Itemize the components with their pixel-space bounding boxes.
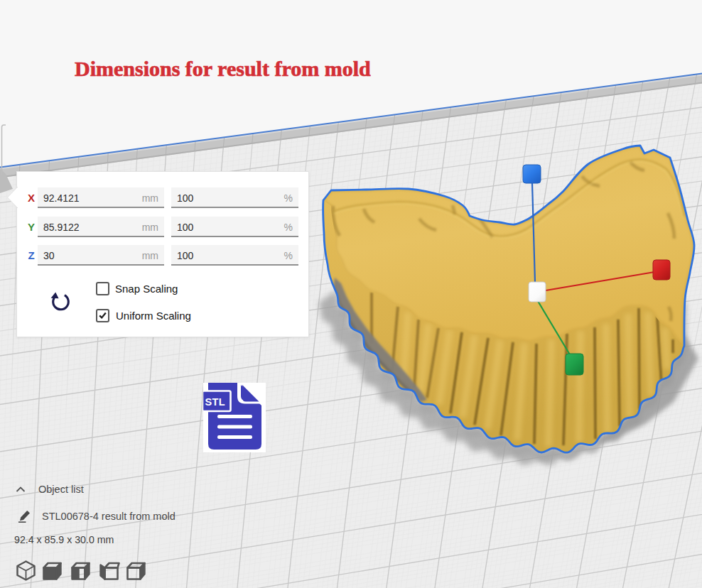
svg-text:STL: STL [205,396,225,408]
